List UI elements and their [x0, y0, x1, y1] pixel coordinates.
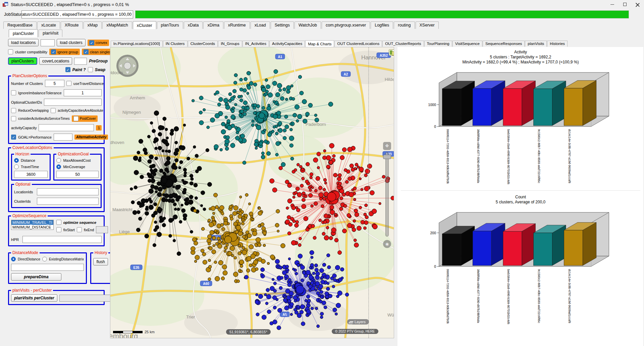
innertab-planvisits[interactable]: planVisits — [525, 41, 547, 47]
subtab-plancluster[interactable]: planCluster — [9, 29, 38, 37]
close-button[interactable] — [631, 0, 644, 9]
innertab-clustercoords[interactable]: ClusterCoords — [188, 41, 218, 47]
minimize-button[interactable] — [606, 0, 619, 9]
post-cover-checkbox[interactable] — [73, 116, 78, 121]
innertab-activitycapacities[interactable]: ActivityCapacities — [269, 41, 305, 47]
min-coverage-value-input[interactable] — [56, 171, 99, 178]
subtab-planvisit[interactable]: planVisit — [39, 30, 62, 37]
tab-settings[interactable]: Settings — [271, 21, 294, 29]
zoom-track[interactable] — [385, 152, 389, 237]
convex-option[interactable]: convex — [88, 40, 109, 46]
fix-start-checkbox[interactable] — [56, 227, 61, 232]
number-of-clusters-input[interactable] — [45, 80, 64, 87]
plan-clusters-button[interactable]: planClusters — [8, 57, 37, 65]
alternative-activity-option[interactable]: AlternativeActivity — [74, 135, 108, 140]
prepare-dima-button[interactable]: prepareDima — [11, 273, 61, 281]
tab-plantours[interactable]: planTours — [157, 21, 183, 29]
direct-distance-radio[interactable] — [11, 257, 16, 261]
sequence-option-minimum-travel-ti[interactable]: MINIMUM_TRAVEL_TI — [11, 220, 53, 225]
innertab-tourplanning[interactable]: TourPlanning — [424, 41, 452, 47]
map-canvas[interactable]: ApeldoornArnhemNijmegenEindhovenMaastric… — [110, 47, 394, 338]
load-locations-button[interactable]: load locations — [8, 39, 39, 46]
consider-activities-as-service-times-checkbox[interactable] — [11, 116, 16, 121]
clean-singles-checkbox[interactable] — [84, 49, 89, 54]
innertab-out-clusterreports[interactable]: OUT_ClusterReports — [382, 41, 424, 47]
swap-checkbox[interactable] — [88, 67, 93, 72]
tab-xload[interactable]: xLoad — [251, 21, 270, 29]
innertab-map-charts[interactable]: Map & Charts — [305, 40, 334, 47]
innertab-visitsequence[interactable]: VisitSequence — [452, 41, 482, 47]
layers-button[interactable]: Layers — [347, 319, 369, 325]
cluster-ids-input[interactable] — [37, 198, 99, 205]
optimize-sequence-checkbox[interactable] — [56, 220, 61, 225]
map-splitter[interactable] — [368, 47, 369, 338]
goal-performance-input[interactable] — [54, 134, 72, 141]
goal-performance-checkbox[interactable] — [11, 135, 16, 140]
sequence-option-minimum-distance[interactable]: MINIMUM_DISTANCE — [11, 225, 53, 230]
zoom-handle[interactable] — [383, 155, 391, 159]
tab-xmapmatch[interactable]: xMapMatch — [102, 21, 132, 29]
zoom-reset-icon[interactable]: ◉ — [383, 240, 391, 248]
tab-xlocate[interactable]: xLocate — [37, 21, 60, 29]
use-travel-distance-checkbox[interactable] — [66, 81, 71, 86]
tab-xruntime[interactable]: xRuntime — [224, 21, 250, 29]
ignore-group-option[interactable]: ignore group — [49, 49, 80, 55]
tab-xcluster[interactable]: xCluster — [133, 21, 156, 29]
pan-compass-control[interactable] — [116, 55, 139, 77]
load-locations-input[interactable] — [41, 39, 55, 46]
flush-button[interactable]: flush — [93, 258, 108, 265]
fix-end-checkbox[interactable] — [77, 227, 82, 232]
innertab-in-clusters[interactable]: IN Clusters — [163, 41, 187, 47]
x-category-label: 38d8f68a-cd8d-4377-9280-d87b29bf66da — [477, 269, 480, 323]
cover-locations-button[interactable]: coverLocations — [39, 57, 72, 65]
innertab-out-clusteredlocations[interactable]: OUT ClusteredLocations — [334, 41, 382, 47]
app-icon — [3, 2, 8, 7]
tab-xdima[interactable]: xDima — [203, 21, 223, 29]
zoom-pan-icon[interactable]: ✥ — [383, 142, 391, 150]
post-cover-option[interactable]: PostCover — [72, 115, 98, 122]
plan-visits-input — [59, 295, 115, 302]
tab-com-ptvgroup-xserver[interactable]: com.ptvgroup.xserver — [322, 21, 370, 29]
zoom-slider[interactable]: ✥ ◉ — [383, 142, 391, 249]
distance-radio[interactable] — [14, 158, 19, 163]
activity-capacity-input[interactable] — [39, 124, 94, 131]
innertab-in-planninglocations-1000[interactable]: In.PlanningLocations[1000] — [111, 41, 163, 47]
distance-mode-input[interactable] — [11, 264, 84, 271]
cluster-compatibility-checkbox[interactable] — [8, 49, 13, 54]
cover-locations-input[interactable] — [74, 58, 87, 65]
bar-activity-1 — [473, 81, 505, 126]
tab-logfiles[interactable]: Logfiles — [371, 21, 393, 29]
activity-capacities-are-absolute-checkbox[interactable] — [51, 108, 56, 113]
travel-time-radio[interactable] — [14, 164, 19, 169]
map-expand-icon[interactable] — [389, 49, 394, 56]
convex-checkbox[interactable] — [89, 40, 94, 45]
sequence-listbox[interactable]: MINIMUM_TRAVEL_TIMINIMUM_DISTANCE — [11, 220, 54, 230]
innertab-in-activities[interactable]: IN_Activities — [243, 41, 269, 47]
horizon-value-input[interactable] — [14, 171, 48, 178]
innertab-sequenceresponses[interactable]: SequenceResponses — [483, 41, 525, 47]
ignore-imbalance-tolerance-checkbox[interactable] — [11, 90, 16, 95]
tab-xdata[interactable]: xData — [184, 21, 203, 29]
optional-cluster-ids-input[interactable] — [44, 99, 102, 106]
charts-panel: Activity5 clusters : TargetActivity = 16… — [397, 47, 644, 346]
max-allowed-cost-radio[interactable] — [56, 158, 61, 163]
load-clusters-button[interactable]: load clusters — [57, 39, 85, 46]
innertab-histories[interactable]: Histories — [547, 41, 568, 47]
paint-checkbox[interactable] — [65, 67, 70, 72]
innertab-in-groups[interactable]: IN_Groups — [218, 41, 242, 47]
tab-routing[interactable]: routing — [394, 21, 415, 29]
tab-requestbase[interactable]: RequestBase — [3, 21, 37, 29]
reduce-overlapping-checkbox[interactable] — [11, 108, 16, 113]
tab-xmap[interactable]: xMap — [84, 21, 102, 29]
tab-watchjob[interactable]: WatchJob — [294, 21, 321, 29]
hpr-input[interactable] — [22, 236, 102, 243]
plan-visits-per-cluster-button[interactable]: planVisits perCluster — [11, 294, 57, 302]
maximize-button[interactable] — [619, 0, 631, 9]
tab-xroute[interactable]: XRoute — [61, 21, 83, 29]
location-ids-input[interactable] — [37, 188, 99, 195]
tab-xserver[interactable]: XServer — [416, 21, 439, 29]
existing-distance-matrix-radio[interactable] — [42, 257, 47, 261]
imbalance-tolerance-input[interactable] — [64, 89, 102, 96]
ignore-group-checkbox[interactable] — [51, 49, 56, 54]
min-coverage-radio[interactable] — [56, 164, 61, 169]
